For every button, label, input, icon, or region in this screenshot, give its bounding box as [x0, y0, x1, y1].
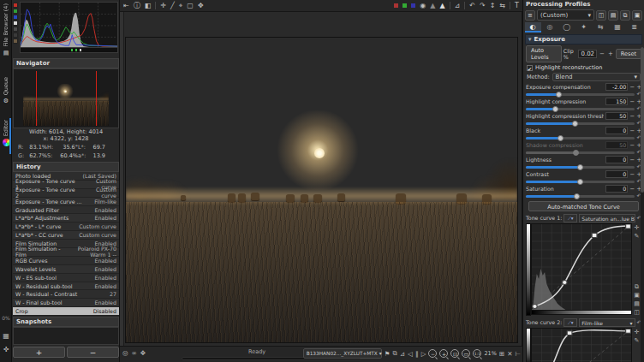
history-row[interactable]: W - Final sub-toolEnabled: [13, 299, 119, 307]
slider-track[interactable]: [526, 181, 635, 183]
image-canvas[interactable]: [120, 12, 522, 346]
green-channel-chip[interactable]: [402, 3, 407, 8]
histogram-blue-toggle[interactable]: [13, 15, 18, 20]
tab-file-browser[interactable]: File Browser (4) ▤: [0, 3, 12, 56]
monitor-profile-dropdown[interactable]: B133HAN02..._XYZLUT+MTX ▾: [303, 348, 382, 359]
slider-thumb[interactable]: [556, 92, 562, 98]
tab-transform[interactable]: ⇆: [593, 22, 609, 33]
history-row[interactable]: Graduated FilterEnabled: [13, 206, 119, 215]
pen-icon[interactable]: ✎: [635, 233, 640, 240]
decrement-button[interactable]: −: [629, 113, 635, 120]
clip-increment[interactable]: +: [607, 50, 614, 57]
save-curve-icon[interactable]: ◫: [634, 309, 640, 316]
dock-right-icon[interactable]: ⊢: [515, 350, 521, 358]
rotate-right-icon[interactable]: ↷: [480, 2, 486, 9]
performance-icon[interactable]: ✜: [0, 346, 12, 353]
shadow-clipping-icon[interactable]: ▲: [430, 2, 435, 9]
history-row[interactable]: Wavelet LevelsEnabled: [13, 265, 119, 274]
history-row[interactable]: L*a*b* AdjustmentsEnabled: [13, 214, 119, 223]
slider-value[interactable]: 0: [605, 127, 628, 134]
slider-thumb[interactable]: [577, 164, 583, 170]
zoom-in-icon[interactable]: +: [439, 349, 448, 358]
decrement-button[interactable]: −: [629, 186, 635, 193]
tab-raw[interactable]: ▦: [610, 22, 626, 33]
history-row[interactable]: Film Simulation - FilmPolaroid PX-70 War…: [13, 248, 119, 257]
tools-scrollbar-thumb[interactable]: [641, 47, 644, 193]
add-snapshot-button[interactable]: +: [13, 347, 65, 358]
profile-dropdown[interactable]: (Custom) ▾: [537, 9, 594, 21]
history-row[interactable]: Exposure - Tone curve ...Film-like: [13, 198, 119, 206]
layout-icon[interactable]: ▦: [0, 332, 12, 340]
slider-track[interactable]: [526, 93, 635, 96]
tab-advanced[interactable]: ✦: [575, 22, 592, 33]
red-channel-chip[interactable]: [394, 3, 398, 8]
history-row[interactable]: L*a*b* - L* curveCustom curve: [13, 223, 119, 231]
reset-button[interactable]: Reset: [616, 49, 641, 59]
tab-color[interactable]: ◯: [558, 22, 575, 33]
histogram-raw-toggle[interactable]: [13, 33, 18, 38]
curve-type-dropdown[interactable]: ⟋▾: [564, 214, 577, 223]
spot-wb-icon[interactable]: ⌖: [179, 2, 183, 10]
auto-levels-button[interactable]: Auto Levels: [526, 45, 562, 62]
hide-left-panel-icon[interactable]: ⇤: [123, 2, 129, 9]
histogram-bar-toggle[interactable]: [13, 39, 18, 44]
navigator-thumbnail[interactable]: [23, 71, 109, 126]
histogram-green-toggle[interactable]: [13, 9, 18, 14]
delete-snapshot-button[interactable]: −: [67, 347, 119, 358]
tab-detail[interactable]: ◎: [542, 22, 558, 33]
highlight-clipping-icon[interactable]: ▲: [439, 2, 444, 9]
detail-window-icon[interactable]: ◎: [122, 349, 128, 357]
flip-horizontal-icon[interactable]: ⇆: [499, 2, 505, 9]
history-row[interactable]: W - Residual - Contrast27: [13, 290, 119, 299]
copy-profile-icon[interactable]: ⧉: [620, 10, 630, 21]
tone-curve-1-editor[interactable]: [531, 223, 632, 311]
zoom-out-icon[interactable]: −: [428, 349, 437, 358]
clip-value-field[interactable]: 0.02: [578, 50, 597, 58]
save-profile-icon[interactable]: ◫: [596, 10, 606, 21]
slider-value[interactable]: 150: [605, 98, 628, 105]
decrement-button[interactable]: −: [629, 157, 635, 163]
info-icon[interactable]: ⓘ: [134, 1, 140, 10]
slider-thumb[interactable]: [558, 135, 564, 141]
blue-channel-chip[interactable]: [411, 3, 415, 8]
zoom-fit-icon[interactable]: ⊡: [450, 349, 459, 358]
slider-value[interactable]: 0: [605, 185, 628, 193]
zoom-fit-crop-icon[interactable]: ▭: [462, 349, 470, 358]
slider-track[interactable]: [526, 137, 635, 139]
pan-tool-icon[interactable]: ✛: [160, 2, 166, 9]
slider-value[interactable]: 50: [605, 112, 628, 120]
edit-point-icon[interactable]: ✛: [635, 329, 640, 335]
slider-value[interactable]: 0: [605, 170, 628, 178]
before-after-icon[interactable]: ◧: [145, 2, 152, 9]
slider-value[interactable]: 0: [605, 156, 628, 163]
history-row[interactable]: W - Residual sub-toolEnabled: [13, 282, 119, 291]
lock-chain-icon[interactable]: ∞: [132, 349, 137, 357]
tone-curve-2-mode-dropdown[interactable]: Film-like▾: [579, 318, 635, 327]
straighten-tool-icon[interactable]: ╱: [170, 2, 175, 9]
slider-value[interactable]: -2.00: [605, 83, 628, 91]
gamut-check-icon[interactable]: ⊿: [400, 350, 405, 358]
paste-curve-icon[interactable]: ▣: [634, 292, 640, 299]
paste-profile-icon[interactable]: ▣: [632, 10, 642, 21]
preview-focus-icon[interactable]: ◉: [420, 2, 426, 9]
load-profile-icon[interactable]: ▤: [608, 10, 618, 21]
tab-queue[interactable]: Queue ⚙: [0, 77, 12, 104]
tone-curve-2-editor[interactable]: [531, 328, 632, 362]
slider-track[interactable]: [526, 166, 635, 169]
decrement-button[interactable]: −: [629, 84, 635, 91]
zoom-100-icon[interactable]: 1:1: [473, 349, 481, 358]
tone-curve-1-mode-dropdown[interactable]: Saturation an...lue Blending▾: [579, 214, 635, 223]
clip-decrement[interactable]: −: [599, 50, 605, 57]
new-detail-window-icon[interactable]: ⊞: [499, 350, 504, 358]
slider-thumb[interactable]: [552, 106, 558, 112]
decrement-button[interactable]: −: [629, 128, 635, 134]
slider-thumb[interactable]: [572, 121, 578, 127]
slider-track[interactable]: [526, 151, 635, 154]
slider-track[interactable]: [526, 108, 635, 110]
snapshots-list[interactable]: [13, 327, 119, 345]
history-row[interactable]: L*a*b* - CC curveCustom curve: [13, 231, 119, 240]
crop-tool-icon[interactable]: ▢: [187, 2, 194, 9]
auto-level-icon[interactable]: ⊿: [455, 2, 461, 9]
edit-point-icon[interactable]: ✛: [635, 224, 640, 231]
slider-thumb[interactable]: [573, 150, 579, 156]
